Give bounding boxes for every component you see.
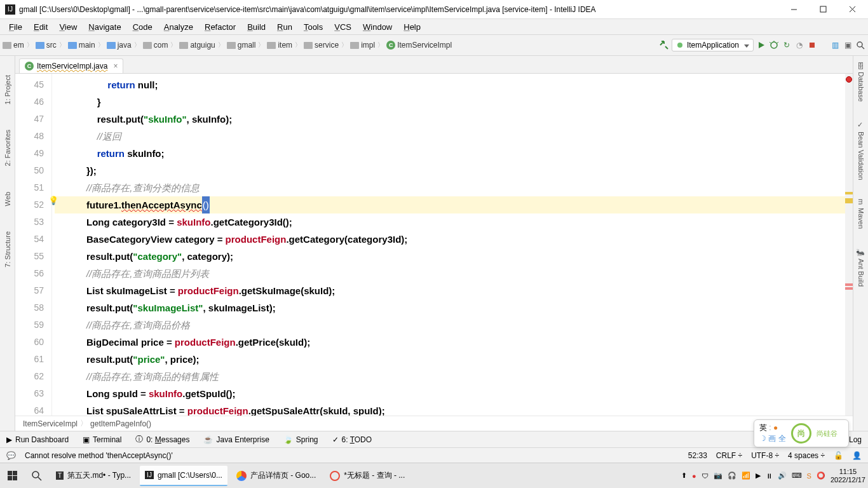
svg-line-8 (777, 42, 778, 43)
breadcrumb-impl[interactable]: impl (350, 41, 375, 50)
svg-rect-14 (8, 476, 12, 480)
breadcrumb-main[interactable]: main (68, 41, 95, 50)
tray-icon[interactable]: 🎧 (728, 471, 736, 480)
menu-tools[interactable]: Tools (299, 21, 328, 33)
system-tray[interactable]: ⬆ ● 🛡 📷 🎧 📶 ▶ ⏸ 🔊 ⌨ S ⭕ 11:152022/12/17 (681, 468, 865, 484)
tool-maven[interactable]: mMaven (857, 199, 865, 228)
hector-icon[interactable]: 👤 (852, 451, 862, 460)
crumb-method[interactable]: getItemPageInfo() (90, 419, 151, 428)
task-intellij[interactable]: IJgmall [C:\Users\0... (140, 466, 227, 486)
task-chrome[interactable]: 产品详情页 - Goo... (231, 466, 321, 486)
tab-itemserviceimpl[interactable]: C ItemServiceImpl.java × (19, 58, 123, 73)
debug-button[interactable] (769, 40, 779, 50)
error-stripe[interactable] (845, 74, 853, 416)
start-button[interactable] (3, 466, 23, 486)
toolwin-rundashboard[interactable]: ▶Run Dashboard (6, 435, 69, 444)
menu-window[interactable]: Window (358, 21, 397, 33)
tray-icon[interactable]: 📷 (714, 471, 722, 480)
breadcrumb-gmall[interactable]: gmall (227, 41, 256, 50)
menu-file[interactable]: File (4, 21, 27, 33)
line-separator[interactable]: CRLF ÷ (716, 451, 742, 460)
breadcrumb-em[interactable]: em (3, 41, 24, 50)
breadcrumb-ItemServiceImpl[interactable]: CItemServiceImpl (386, 41, 452, 50)
clock[interactable]: 11:152022/12/17 (831, 468, 865, 484)
folder-icon (179, 42, 188, 49)
windows-taskbar: T第五天.md• - Typ... IJgmall [C:\Users\0...… (0, 463, 868, 488)
expand-icon[interactable]: ▣ (843, 40, 853, 50)
build-icon[interactable] (659, 40, 669, 50)
tray-icon[interactable]: ● (692, 472, 696, 480)
tray-icon[interactable]: ⏸ (766, 472, 773, 480)
menu-view[interactable]: View (54, 21, 82, 33)
tray-icon[interactable]: ⌨ (792, 471, 802, 480)
tool-favorites[interactable]: 2: Favorites (4, 130, 11, 166)
folder-icon (36, 42, 44, 49)
tool-antbuild[interactable]: 🐜Ant Build (857, 248, 865, 287)
menu-edit[interactable]: Edit (29, 21, 53, 33)
tool-beanvalidation[interactable]: ✓Bean Validation (857, 121, 865, 180)
caret-position[interactable]: 52:33 (688, 451, 707, 460)
structure-breadcrumb[interactable]: ItemServiceImpl 〉 getItemPageInfo() (15, 416, 853, 431)
toolwin-javaenterprise[interactable]: ☕Java Enterprise (203, 435, 269, 444)
breadcrumb-service[interactable]: service (304, 41, 339, 50)
menu-refactor[interactable]: Refactor (200, 21, 241, 33)
task-other[interactable]: *无标题 - 查询 - ... (325, 466, 410, 486)
layout-icon[interactable]: ▥ (830, 40, 840, 50)
search-button[interactable] (27, 466, 47, 486)
tool-database[interactable]: 🗄Database (857, 62, 865, 102)
breadcrumb-com[interactable]: com (143, 41, 168, 50)
intention-bulb-icon[interactable]: 💡 (48, 196, 58, 205)
menu-analyze[interactable]: Analyze (159, 21, 198, 33)
coverage-button[interactable]: ↻ (782, 40, 792, 50)
code-content[interactable]: return null; } result.put("skuInfo", sku… (52, 74, 845, 416)
crumb-class[interactable]: ItemServiceImpl (23, 419, 78, 428)
menu-bar: FileEditViewNavigateCodeAnalyzeRefactorB… (0, 19, 868, 34)
tray-icon[interactable]: ⬆ (681, 471, 687, 480)
breadcrumb-java[interactable]: java (107, 41, 132, 50)
stop-button[interactable] (807, 40, 817, 50)
toolwin-spring[interactable]: 🍃Spring (283, 435, 318, 444)
search-everywhere-button[interactable] (855, 40, 865, 50)
tool-web[interactable]: Web (4, 192, 11, 206)
tool-project[interactable]: 1: Project (4, 75, 11, 104)
svg-rect-13 (13, 471, 17, 475)
task-typora[interactable]: T第五天.md• - Typ... (51, 466, 136, 486)
menu-navigate[interactable]: Navigate (83, 21, 126, 33)
toolwin-todo[interactable]: ✓6: TODO (332, 435, 372, 444)
minimize-button[interactable] (779, 0, 808, 19)
maximize-button[interactable] (808, 0, 837, 19)
toolwin-messages[interactable]: ⓘ0: Messages (135, 434, 189, 445)
menu-run[interactable]: Run (272, 21, 297, 33)
readonly-icon[interactable]: 🔓 (834, 451, 843, 460)
tray-icon[interactable]: S (807, 472, 811, 480)
breadcrumb-src[interactable]: src (36, 41, 57, 50)
breadcrumb-item[interactable]: item (267, 41, 292, 50)
breadcrumb-atguigu[interactable]: atguigu (179, 41, 215, 50)
ime-widget[interactable]: 英 : ● ☽ 画 全 尚 尚硅谷 (754, 419, 849, 447)
svg-point-5 (771, 42, 777, 48)
class-icon: C (25, 62, 34, 71)
gutter-line-numbers: 4546474849505152535455565758596061626364 (15, 74, 52, 416)
menu-help[interactable]: Help (398, 21, 426, 33)
run-configuration-select[interactable]: ItemApplication (672, 39, 754, 51)
run-button[interactable] (756, 40, 766, 50)
toolwin-terminal[interactable]: ▣Terminal (83, 435, 121, 444)
code-editor[interactable]: 4546474849505152535455565758596061626364… (15, 74, 853, 416)
close-button[interactable] (837, 0, 867, 19)
close-tab-icon[interactable]: × (113, 62, 118, 71)
tool-structure[interactable]: 7: Structure (4, 231, 11, 268)
folder-icon (3, 42, 11, 49)
tray-icon[interactable]: 📶 (742, 471, 750, 480)
tray-icon[interactable]: ⭕ (817, 471, 825, 480)
profile-button[interactable]: ◔ (794, 40, 804, 50)
indent-setting[interactable]: 4 spaces ÷ (788, 451, 825, 460)
tray-icon[interactable]: ▶ (756, 471, 761, 480)
breadcrumbs[interactable]: em〉src〉main〉java〉com〉atguigu〉gmall〉item〉… (3, 41, 452, 50)
file-encoding[interactable]: UTF-8 ÷ (751, 451, 779, 460)
menu-vcs[interactable]: VCS (329, 21, 356, 33)
menu-code[interactable]: Code (128, 21, 158, 33)
menu-build[interactable]: Build (242, 21, 271, 33)
svg-point-4 (677, 43, 682, 48)
tray-icon[interactable]: 🛡 (702, 472, 709, 480)
tray-icon[interactable]: 🔊 (778, 471, 787, 480)
